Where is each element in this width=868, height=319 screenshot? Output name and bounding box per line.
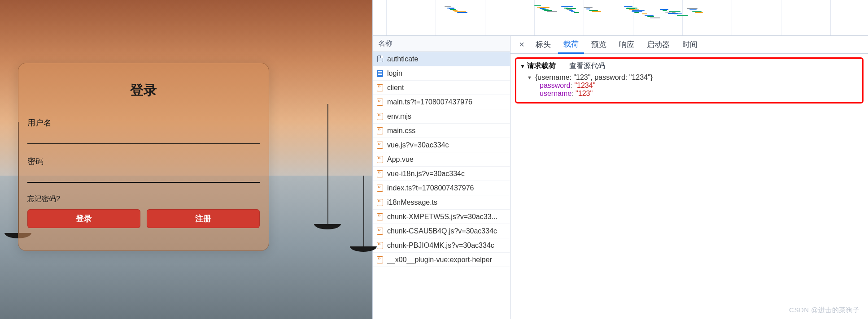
close-icon[interactable]: × [515, 39, 528, 50]
payload-key: password [540, 82, 570, 89]
network-request-row[interactable]: main.css [373, 124, 510, 138]
waterfall-segment [669, 11, 680, 12]
waterfall-segment [541, 9, 546, 9]
waterfall-segment [665, 12, 671, 13]
waterfall-segment [624, 6, 632, 7]
username-label: 用户名 [27, 117, 260, 128]
request-name: chunk-PBJIO4MK.js?v=30ac334c [387, 241, 494, 250]
script-icon [376, 170, 384, 177]
request-name: main.ts?t=1708007437976 [387, 98, 472, 106]
network-request-row[interactable]: login [373, 66, 510, 81]
waterfall-segment [677, 15, 688, 16]
network-request-row[interactable]: env.mjs [373, 109, 510, 124]
view-source-link[interactable]: 查看源代码 [569, 61, 605, 71]
network-request-row[interactable]: __x00__plugin-vue:export-helper [373, 253, 510, 267]
payload-field-row: password: "1234" [527, 82, 859, 90]
waterfall-segment [592, 11, 601, 12]
request-name: App.vue [387, 155, 414, 164]
request-name: index.ts?t=1708007437976 [387, 184, 474, 192]
waterfall-segment [547, 11, 557, 12]
waterfall-segment [568, 9, 572, 10]
script-icon [376, 99, 384, 106]
waterfall-segment [534, 5, 541, 6]
waterfall-segment [660, 9, 668, 10]
waterfall-segment [571, 11, 575, 12]
document-icon [376, 56, 384, 63]
tab-initiator[interactable]: 启动器 [641, 36, 675, 54]
html-icon [376, 70, 384, 77]
script-icon [376, 256, 384, 263]
waterfall-segment [674, 13, 682, 14]
network-request-row[interactable]: vue-i18n.js?v=30ac334c [373, 167, 510, 181]
waterfall-segment [642, 13, 647, 14]
script-icon [376, 199, 384, 206]
payload-summary-row[interactable]: ▼ {username: "123", password: "1234"} [527, 73, 859, 82]
tab-timing[interactable]: 时间 [677, 36, 703, 54]
network-request-row[interactable]: authticate [373, 52, 510, 66]
username-input[interactable] [27, 131, 260, 144]
details-tabbar: × 标头 载荷 预览 响应 启动器 时间 [510, 36, 868, 54]
payload-value: "123" [576, 90, 593, 97]
script-icon [376, 228, 384, 235]
request-name: env.mjs [387, 112, 411, 121]
tab-preview[interactable]: 预览 [586, 36, 612, 54]
script-icon [376, 113, 384, 120]
script-icon [376, 84, 384, 91]
waterfall-segment [449, 8, 454, 9]
forgot-password-link[interactable]: 忘记密码? [27, 194, 260, 204]
network-waterfall[interactable] [373, 0, 868, 36]
password-input[interactable] [27, 169, 260, 183]
request-name: login [387, 69, 402, 78]
waterfall-segment [695, 12, 703, 13]
network-request-row[interactable]: chunk-XMPETW5S.js?v=30ac33... [373, 210, 510, 224]
password-label: 密码 [27, 156, 260, 167]
waterfall-segment [574, 12, 579, 13]
tab-response[interactable]: 响应 [614, 36, 640, 54]
payload-section-title[interactable]: 请求载荷 [520, 61, 556, 71]
waterfall-segment [586, 9, 590, 9]
devtools-panel: 名称 authticateloginclientmain.ts?t=170800… [372, 0, 868, 319]
waterfall-segment [629, 9, 639, 10]
network-request-row[interactable]: client [373, 81, 510, 95]
request-name: i18nMessage.ts [387, 198, 437, 207]
waterfall-segment [645, 15, 654, 16]
network-request-row[interactable]: main.ts?t=1708007437976 [373, 95, 510, 109]
payload-highlight-box: 请求载荷 查看源代码 ▼ {username: "123", password:… [515, 57, 864, 103]
payload-summary-text: {username: "123", password: "1234"} [535, 73, 653, 82]
network-list-header: 名称 [373, 36, 510, 52]
script-icon [376, 213, 384, 220]
network-request-row[interactable]: chunk-CSAU5B4Q.js?v=30ac334c [373, 224, 510, 238]
tab-headers[interactable]: 标头 [530, 36, 556, 54]
script-icon [376, 156, 384, 163]
request-name: chunk-XMPETW5S.js?v=30ac33... [387, 213, 497, 221]
network-request-row[interactable]: i18nMessage.ts [373, 195, 510, 210]
network-request-row[interactable]: vue.js?v=30ac334c [373, 138, 510, 152]
waterfall-segment [650, 17, 660, 18]
network-request-row[interactable]: App.vue [373, 152, 510, 167]
waterfall-segment [457, 12, 467, 13]
payload-key: username [540, 90, 571, 97]
request-name: client [387, 84, 404, 92]
waterfall-segment [539, 7, 550, 8]
request-name: __x00__plugin-vue:export-helper [387, 256, 492, 264]
waterfall-segment [663, 10, 667, 11]
tab-payload[interactable]: 载荷 [558, 36, 584, 54]
script-icon [376, 185, 384, 192]
register-button[interactable]: 注册 [147, 209, 260, 228]
payload-value: "1234" [574, 82, 595, 89]
waterfall-segment [589, 10, 598, 11]
script-icon [376, 127, 384, 134]
waterfall-segment [687, 8, 698, 9]
network-request-row[interactable]: chunk-PBJIO4MK.js?v=30ac334c [373, 238, 510, 253]
page-background: 登录 用户名 密码 忘记密码? 登录 注册 [0, 0, 372, 319]
request-name: authticate [387, 55, 418, 63]
waterfall-segment [445, 6, 451, 7]
network-request-row[interactable]: index.ts?t=1708007437976 [373, 181, 510, 195]
request-name: main.css [387, 127, 415, 135]
login-button[interactable]: 登录 [27, 209, 140, 228]
payload-tree: ▼ {username: "123", password: "1234"} pa… [520, 73, 859, 98]
payload-field-row: username: "123" [527, 90, 859, 98]
waterfall-segment [566, 8, 576, 9]
login-card: 登录 用户名 密码 忘记密码? 登录 注册 [18, 63, 269, 251]
expand-toggle-icon[interactable]: ▼ [527, 75, 532, 80]
